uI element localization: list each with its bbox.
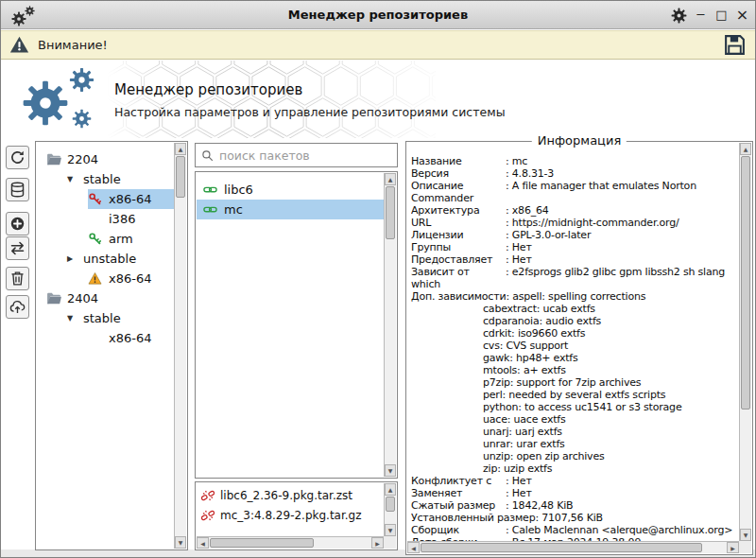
tree-item-stable[interactable]: ▼stable	[37, 308, 174, 328]
database-icon	[9, 182, 26, 198]
info-line: URL: https://midnight-commander.org/	[411, 217, 738, 229]
delete-button[interactable]	[6, 267, 29, 290]
scroll-up-arrow[interactable]: ▲	[385, 483, 396, 496]
info-line: p7zip: support for 7zip archives	[411, 376, 738, 389]
info-line: Сборщик: Caleb Maclennan <alerque@archli…	[411, 524, 738, 536]
scroll-left-arrow[interactable]: ◀	[407, 542, 420, 553]
file-item[interactable]: libc6_2.36-9.pkg.tar.zst	[197, 485, 384, 505]
search-input[interactable]	[219, 148, 391, 163]
files-horizontal-scrollbar[interactable]: ◀ ▶	[197, 536, 384, 549]
scrollbar-corner	[384, 536, 396, 549]
files-list: libc6_2.36-9.pkg.tar.zstmc_3:4.8.29-2.pk…	[197, 485, 384, 536]
tree-item-arm[interactable]: arm	[37, 229, 174, 249]
info-panel-legend: Информация	[532, 133, 627, 148]
scroll-down-arrow[interactable]: ▼	[740, 529, 751, 541]
folder-icon	[46, 290, 62, 306]
scroll-up-arrow[interactable]: ▲	[175, 143, 186, 155]
info-vertical-scrollbar[interactable]: ▲ ▼	[739, 143, 751, 541]
tree-item-i386[interactable]: i386	[37, 209, 174, 229]
database-button[interactable]	[6, 178, 29, 201]
tree-scrollbar[interactable]: ▲ ▼	[174, 143, 186, 549]
tree-item-2404[interactable]: 2404	[37, 288, 174, 308]
title-bar[interactable]: Менеджер репозиториев ─ □ ×	[1, 1, 755, 29]
close-button[interactable]: ×	[735, 1, 749, 29]
package-item-libc6[interactable]: libc6	[197, 180, 384, 200]
add-button[interactable]	[6, 212, 29, 235]
tree-item-stable[interactable]: ▼stable	[37, 169, 174, 189]
minimize-button[interactable]: ─	[694, 1, 708, 29]
page-subtitle: Настройка параметров и управление репози…	[114, 105, 506, 119]
refresh-button[interactable]	[6, 146, 29, 169]
tree-item-x86-64[interactable]: x86-64	[37, 189, 174, 209]
package-item-mc[interactable]: mc	[197, 200, 384, 219]
tree-item-label: 2404	[65, 291, 98, 305]
tree-item-label: stable	[81, 311, 121, 325]
scroll-up-arrow[interactable]: ▲	[385, 173, 396, 185]
page-title: Менеджер репозиториев	[114, 81, 302, 98]
scroll-thumb[interactable]	[210, 538, 314, 548]
header: Менеджер репозиториев Настройка параметр…	[1, 61, 755, 138]
info-line: python: to access uc1541 or s3 storage	[411, 401, 738, 413]
info-panel: Информация Название: mcВерсия: 4.8.31-3О…	[405, 141, 753, 555]
tree-indent	[37, 159, 46, 160]
package-scrollbar[interactable]: ▲ ▼	[384, 173, 396, 477]
repo-tree: 2204▼stablex86-64i386arm▶unstablex86-642…	[37, 149, 174, 548]
key-green-icon	[88, 232, 102, 246]
scroll-left-arrow[interactable]: ◀	[197, 537, 209, 549]
hexagon-fade	[107, 61, 436, 138]
tree-item-label: stable	[81, 172, 121, 186]
settings-gear-icon[interactable]	[671, 8, 687, 24]
refresh-icon	[9, 149, 26, 166]
file-item[interactable]: mc_3:4.8.29-2.pkg.tar.gz	[197, 505, 384, 525]
warning-icon	[9, 35, 29, 55]
floppy-icon	[723, 33, 747, 57]
tree-indent	[37, 179, 67, 180]
info-line: unarj: uarj extfs	[411, 426, 738, 438]
window: Менеджер репозиториев ─ □ × Внимание! Ме…	[0, 0, 756, 558]
caret-down-icon[interactable]: ▼	[67, 175, 81, 183]
info-line: Предоставляет: Нет	[411, 253, 738, 266]
caret-down-icon[interactable]: ▼	[67, 314, 81, 323]
scroll-thumb[interactable]	[386, 497, 395, 512]
tree-item-2204[interactable]: 2204	[37, 149, 174, 169]
trash-icon	[9, 270, 26, 287]
tree-item-label: x86-64	[107, 271, 151, 286]
info-line: uace: uace extfs	[411, 413, 738, 426]
scroll-down-arrow[interactable]: ▼	[175, 536, 186, 549]
search-box[interactable]	[195, 143, 398, 167]
scrollbar-corner	[739, 541, 751, 553]
info-line: Заменяет: Нет	[411, 487, 738, 499]
info-horizontal-scrollbar[interactable]: ◀ ▶	[407, 541, 739, 553]
scroll-right-arrow[interactable]: ▶	[371, 537, 384, 549]
info-line: unrar: urar extfs	[411, 438, 738, 450]
tree-item-x86-64[interactable]: x86-64	[37, 328, 174, 348]
info-line: Лицензии: GPL-3.0-or-later	[411, 229, 738, 241]
scroll-right-arrow[interactable]: ▶	[727, 542, 739, 553]
upload-button[interactable]	[6, 295, 29, 319]
sync-button[interactable]	[6, 236, 29, 260]
info-line: cabextract: ucab extfs	[411, 303, 738, 315]
repo-tree-panel: 2204▼stablex86-64i386arm▶unstablex86-642…	[35, 141, 188, 550]
caret-right-icon[interactable]: ▶	[67, 254, 81, 263]
scroll-thumb[interactable]	[176, 156, 185, 198]
tree-item-x86-64[interactable]: x86-64	[37, 269, 174, 288]
scroll-thumb[interactable]	[421, 543, 702, 552]
window-title: Менеджер репозиториев	[95, 1, 661, 29]
scroll-thumb[interactable]	[741, 156, 750, 410]
maximize-button[interactable]: □	[714, 1, 729, 29]
scroll-down-arrow[interactable]: ▼	[385, 524, 396, 536]
files-vertical-scrollbar[interactable]: ▲ ▼	[384, 483, 396, 536]
info-line: Конфликтует с: Нет	[411, 475, 738, 487]
tree-item-label: unstable	[81, 252, 136, 266]
save-button[interactable]	[723, 33, 747, 57]
scroll-down-arrow[interactable]: ▼	[385, 464, 396, 477]
tree-item-unstable[interactable]: ▶unstable	[37, 249, 174, 269]
scroll-thumb[interactable]	[386, 186, 395, 239]
file-label: mc_3:4.8.29-2.pkg.tar.gz	[220, 509, 362, 522]
info-line: Доп. зависимости: aspell: spelling corre…	[411, 290, 738, 303]
files-panel: libc6_2.36-9.pkg.tar.zstmc_3:4.8.29-2.pk…	[195, 481, 398, 550]
link-icon	[203, 183, 217, 197]
link-broken-icon	[201, 489, 215, 502]
tree-indent	[37, 318, 67, 319]
scroll-up-arrow[interactable]: ▲	[740, 143, 751, 155]
